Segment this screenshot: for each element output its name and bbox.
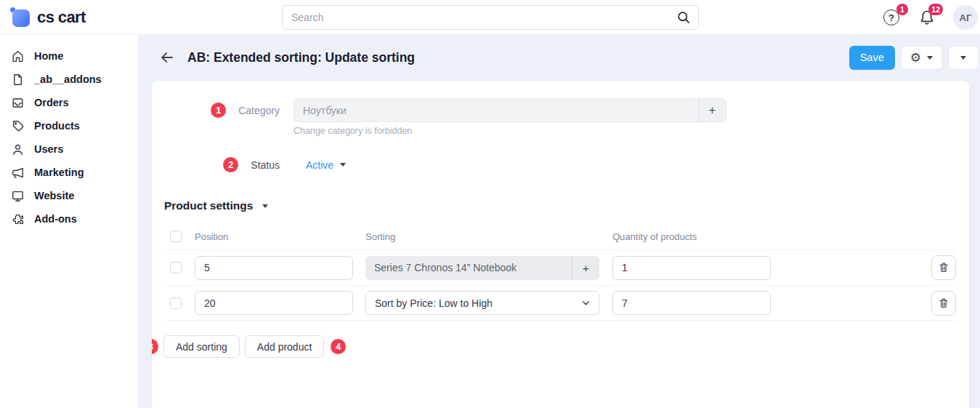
sidebar-item-products[interactable]: Products	[0, 114, 138, 137]
sidebar-item-users[interactable]: Users	[0, 137, 138, 161]
page-title: AB: Extended sorting: Update sorting	[187, 50, 415, 65]
annotation-badge-1: 1	[211, 103, 226, 118]
status-row: 2 Status Active	[152, 157, 969, 172]
content-card: 1 Category Ноутбуки + Change category is…	[151, 80, 970, 408]
monitor-icon	[11, 189, 25, 203]
user-icon	[11, 143, 25, 156]
delete-row-button[interactable]	[931, 255, 956, 280]
caret-down-icon	[960, 56, 966, 60]
section-title: Product settings	[164, 199, 253, 212]
search-input[interactable]	[282, 5, 699, 30]
column-header-quantity: Quantity of products	[612, 231, 771, 242]
add-product-button[interactable]: Add product	[245, 335, 325, 358]
logo-text: cs cart	[37, 8, 86, 27]
add-sorting-button[interactable]: Add sorting	[163, 335, 240, 358]
notifications-button[interactable]: 12	[918, 9, 936, 26]
position-input[interactable]	[195, 256, 353, 280]
caret-down-icon	[262, 204, 268, 208]
sorting-select[interactable]: Sort by Price: Low to High	[365, 291, 599, 315]
global-search	[282, 5, 699, 30]
page-header: AB: Extended sorting: Update sorting Sav…	[138, 35, 980, 80]
product-picker-add-button[interactable]: +	[572, 256, 599, 280]
annotation-badge-4: 4	[331, 339, 346, 354]
table-header-row: Position Sorting Quantity of products	[164, 223, 956, 249]
back-arrow-icon	[159, 49, 175, 65]
sidebar-item-website[interactable]: Website	[0, 184, 138, 207]
cs-cart-logo[interactable]: cs cart	[10, 7, 86, 27]
quantity-input[interactable]	[612, 291, 771, 315]
search-icon[interactable]	[676, 10, 691, 25]
row-checkbox[interactable]	[170, 297, 182, 309]
sidebar-item-marketing[interactable]: Marketing	[0, 161, 138, 184]
row-checkbox[interactable]	[170, 262, 182, 273]
sidebar-item-addons[interactable]: Add-ons	[0, 207, 138, 231]
trash-icon	[938, 297, 949, 309]
sidebar-item-home[interactable]: Home	[0, 44, 138, 68]
sorting-select-value: Sort by Price: Low to High	[375, 297, 493, 309]
annotation-badge-3: 3	[151, 339, 158, 354]
orders-inbox-icon	[11, 96, 25, 110]
main-area: AB: Extended sorting: Update sorting Sav…	[138, 35, 980, 408]
category-field: Ноутбуки +	[293, 98, 726, 122]
select-all-checkbox[interactable]	[170, 231, 182, 242]
chevron-down-icon	[581, 298, 591, 308]
category-row: 1 Category Ноутбуки +	[152, 98, 969, 122]
table-row: Series 7 Chronos 14” Notebook +	[164, 249, 956, 285]
sidebar-item-ab-addons[interactable]: _ab__addons	[0, 68, 138, 91]
status-label: Status	[251, 159, 280, 171]
sidebar-item-orders[interactable]: Orders	[0, 91, 138, 114]
product-picker-value: Series 7 Chronos 14” Notebook	[365, 262, 572, 273]
category-add-button[interactable]: +	[698, 99, 726, 121]
cs-cart-logo-icon	[10, 7, 30, 27]
user-avatar[interactable]: АГ	[953, 5, 978, 30]
product-picker-field: Series 7 Chronos 14” Notebook +	[365, 256, 599, 280]
table-row: Sort by Price: Low to High	[164, 285, 956, 321]
puzzle-icon	[11, 212, 25, 226]
column-header-sorting: Sorting	[365, 231, 599, 242]
settings-dropdown-button[interactable]: ⚙	[901, 46, 942, 70]
annotation-badge-2: 2	[223, 157, 238, 172]
help-menu-button[interactable]: ? 1	[883, 9, 901, 26]
more-actions-button[interactable]	[948, 46, 979, 70]
caret-down-icon	[340, 163, 346, 167]
category-hint: Change category is forbidden	[293, 126, 969, 136]
notifications-badge: 12	[928, 4, 943, 15]
save-button[interactable]: Save	[849, 46, 895, 70]
page-icon	[11, 73, 25, 87]
topbar-right: ? 1 12 АГ	[883, 0, 980, 35]
status-dropdown[interactable]: Active	[293, 159, 346, 171]
topbar: cs cart ? 1 12 АГ	[0, 0, 980, 35]
caret-down-icon	[927, 56, 933, 60]
add-buttons-row: 3 Add sorting Add product 4	[163, 335, 969, 358]
column-header-position: Position	[195, 231, 353, 242]
back-button[interactable]	[158, 49, 176, 66]
gear-icon: ⚙	[910, 52, 921, 64]
category-value: Ноутбуки	[294, 105, 698, 116]
tag-icon	[11, 119, 25, 133]
help-badge: 1	[896, 4, 908, 15]
product-settings-table: Position Sorting Quantity of products Se…	[164, 223, 956, 321]
megaphone-icon	[11, 166, 25, 180]
trash-icon	[938, 262, 949, 273]
sidebar: Home _ab__addons Orders Products	[0, 35, 138, 408]
delete-row-button[interactable]	[931, 291, 956, 316]
status-value: Active	[306, 159, 333, 171]
position-input[interactable]	[195, 291, 353, 315]
product-settings-header[interactable]: Product settings	[164, 199, 969, 212]
quantity-input[interactable]	[612, 256, 771, 280]
home-icon	[11, 49, 25, 63]
category-label: Category	[238, 105, 280, 116]
